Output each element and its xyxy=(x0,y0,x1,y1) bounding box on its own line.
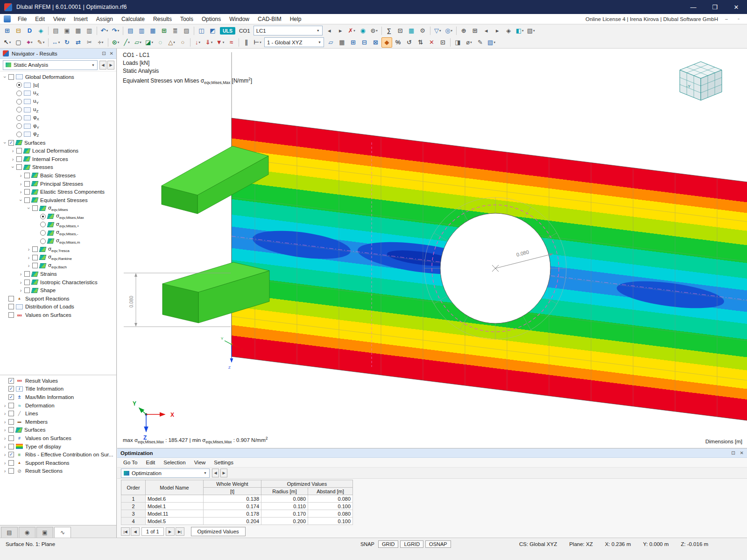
expander-icon[interactable]: › xyxy=(2,468,8,474)
expander-icon[interactable]: › xyxy=(18,287,24,293)
expander-icon[interactable]: › xyxy=(2,419,8,425)
display-item-values-on-surfaces[interactable]: ›Values on Surfaces xyxy=(0,434,116,442)
table-row[interactable]: 1Model.60.1380.0800.080 xyxy=(121,495,353,503)
expander-icon[interactable]: › xyxy=(10,148,16,154)
display-item-support-reactions[interactable]: ›Support Reactions xyxy=(0,459,116,467)
tab-data[interactable]: ▤ xyxy=(1,527,18,538)
osnap-toggle[interactable]: OSNAP xyxy=(425,540,451,548)
tab-views[interactable]: ◉ xyxy=(19,527,35,538)
export-tables-button[interactable]: ⊞ xyxy=(159,26,169,36)
display-item-members[interactable]: ›Members xyxy=(0,418,116,426)
expander-icon[interactable]: › xyxy=(2,140,8,146)
display-item-title-information[interactable]: ✓Title Information xyxy=(0,385,116,393)
coordinate-system-combo[interactable]: 1 - Global XYZ▼ xyxy=(264,37,324,47)
tab-camera[interactable]: ▣ xyxy=(36,527,53,538)
radio[interactable] xyxy=(16,99,22,105)
checkbox[interactable] xyxy=(8,468,14,474)
float-panel-icon[interactable]: ⊡ xyxy=(731,450,735,455)
radius-column-header[interactable]: Radius [m] xyxy=(261,488,308,495)
checkbox[interactable] xyxy=(16,164,22,170)
dlubal-connect-button[interactable]: D xyxy=(24,26,35,36)
checkbox[interactable] xyxy=(24,280,30,285)
expander-icon[interactable]: › xyxy=(2,403,8,408)
menu-results[interactable]: Results xyxy=(149,14,176,24)
display-item-result-sections[interactable]: ›Result Sections xyxy=(0,467,116,476)
expander-icon[interactable]: › xyxy=(2,427,8,433)
plane-xy-button[interactable]: ⊞ xyxy=(348,37,359,48)
display-item-deformation[interactable]: ›Deformation xyxy=(0,401,116,410)
work-plane-button[interactable]: ▱ xyxy=(325,37,336,48)
menu-help[interactable]: Help xyxy=(286,14,306,24)
nav-item-u[interactable]: |u| xyxy=(0,81,116,90)
nav-item-local-deformations[interactable]: ›Local Deformations xyxy=(0,147,116,155)
expander-icon[interactable]: › xyxy=(2,444,8,449)
checkbox[interactable]: ✓ xyxy=(8,140,14,146)
display-item-max-min-information[interactable]: ✓Max/Min Information xyxy=(0,393,116,401)
expander-icon[interactable]: › xyxy=(26,263,32,268)
nav-item-elastic-stress-components[interactable]: ›Elastic Stress Components xyxy=(0,188,116,196)
nav-item-eqv-mises[interactable]: ›σeqv,Mises xyxy=(0,204,116,213)
plane-xz-button[interactable]: ⊠ xyxy=(370,37,381,48)
radio[interactable] xyxy=(16,115,22,121)
radio[interactable] xyxy=(40,238,46,244)
checkbox[interactable] xyxy=(24,181,30,187)
nav-item-y[interactable]: φY xyxy=(0,122,116,131)
opt-menu-go-to[interactable]: Go To xyxy=(119,460,141,465)
nav-item-isotropic-characteristics[interactable]: ›Isotropic Characteristics xyxy=(0,278,116,287)
nav-item-eqv-bach[interactable]: ›σeqv,Bach xyxy=(0,262,116,270)
checkbox[interactable] xyxy=(16,148,22,154)
grid-toggle[interactable]: GRID xyxy=(378,540,399,548)
optimization-table-combo[interactable]: Optimization ▼ xyxy=(121,469,210,478)
nav-item-principal-stresses[interactable]: ›Principal Stresses xyxy=(0,180,116,188)
dock-icon[interactable]: ⊡ xyxy=(102,51,106,56)
display-item-surfaces[interactable]: ›Surfaces xyxy=(0,426,116,434)
next-view-button[interactable]: ▸ xyxy=(492,26,503,36)
opt-menu-view[interactable]: View xyxy=(190,460,210,465)
analysis-type-combo[interactable]: Static Analysis ▼ xyxy=(3,60,98,70)
previous-load-case-button[interactable]: ◂ xyxy=(324,26,335,36)
minimize-document-icon[interactable]: – xyxy=(723,16,730,21)
notes-button[interactable]: ✎ xyxy=(475,37,486,48)
show-result-values-button[interactable]: ⊙▾ xyxy=(369,26,380,36)
nav-item-distribution-of-loads[interactable]: Distribution of Loads xyxy=(0,303,116,311)
optimization-header[interactable]: Optimization ⊡ ✕ xyxy=(117,448,747,458)
checkbox[interactable] xyxy=(8,74,14,80)
clipboard-button[interactable]: ▥ xyxy=(84,26,95,36)
color-scale-button[interactable]: ▧▾ xyxy=(486,37,497,48)
last-page-button[interactable]: ▶| xyxy=(176,527,184,536)
display-item-type-of-display[interactable]: ›Type of display xyxy=(0,442,116,451)
checkbox[interactable] xyxy=(24,287,30,293)
expander-icon[interactable]: › xyxy=(2,411,8,416)
zoom-in-button[interactable]: ⊕ xyxy=(458,26,469,36)
display-item-lines[interactable]: ›Lines xyxy=(0,409,116,418)
surface-load-button[interactable]: ▼▾ xyxy=(215,37,226,48)
checkbox[interactable] xyxy=(24,173,30,178)
imperfection-button[interactable]: ≈ xyxy=(226,37,237,48)
nav-item-eqv-mises[interactable]: σeqv,Mises,+ xyxy=(0,221,116,229)
menu-file[interactable]: File xyxy=(14,14,31,24)
show-results-button[interactable]: ◉ xyxy=(358,26,368,36)
menu-window[interactable]: Window xyxy=(225,14,254,24)
menu-insert[interactable]: Insert xyxy=(70,14,92,24)
opt-menu-edit[interactable]: Edit xyxy=(141,460,159,465)
table-layout-1-button[interactable]: ▤ xyxy=(125,26,136,36)
optimized-values-column-header[interactable]: Optimized Values xyxy=(261,480,353,488)
checkbox[interactable] xyxy=(8,296,14,301)
nav-item-x[interactable]: φX xyxy=(0,114,116,122)
expander-icon[interactable]: › xyxy=(2,435,8,441)
divide-button[interactable]: ÷▾ xyxy=(95,37,106,48)
checkbox[interactable]: ✓ xyxy=(8,386,14,392)
nav-item-eqv-mises[interactable]: σeqv,Mises,- xyxy=(0,229,116,237)
checkbox[interactable] xyxy=(24,271,30,277)
checkbox[interactable] xyxy=(8,419,14,425)
nav-item-u-y[interactable]: uY xyxy=(0,98,116,106)
menu-calculate[interactable]: Calculate xyxy=(117,14,149,24)
edit-mode-button[interactable]: ✎▾ xyxy=(35,37,46,48)
restore-document-icon[interactable]: ▫ xyxy=(735,16,742,21)
first-page-button[interactable]: |◀ xyxy=(121,527,130,536)
expander-icon[interactable]: › xyxy=(26,246,32,252)
radio[interactable] xyxy=(40,222,46,227)
nav-item-eqv-rankine[interactable]: ›σeqv,Rankine xyxy=(0,253,116,262)
abstand-column-header[interactable]: Abstand [m] xyxy=(308,488,353,495)
selection-filter-button[interactable]: ▽▾ xyxy=(432,26,443,36)
